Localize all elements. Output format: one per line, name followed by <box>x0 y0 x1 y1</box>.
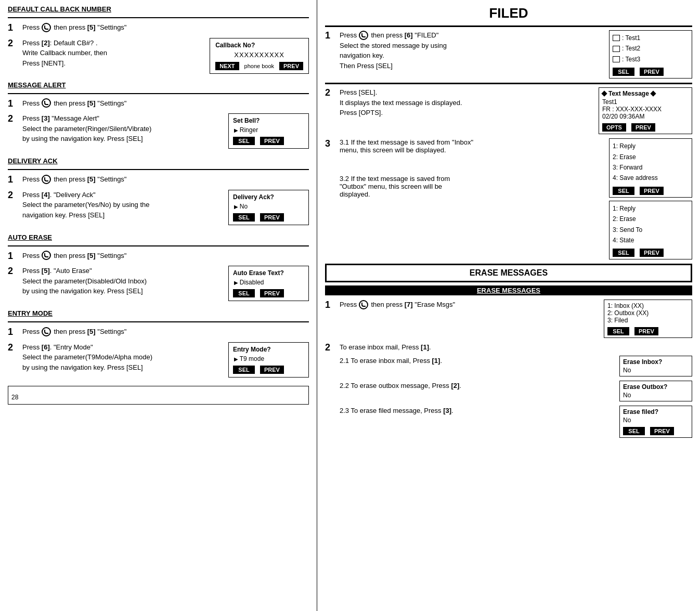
step-content-2: Press [2]: Default CB#? . Write Callback… <box>22 38 210 69</box>
entry-mode-value: T9 mode <box>233 355 304 362</box>
sel-button-em[interactable]: SEL <box>233 366 255 374</box>
filed-divider-2 <box>325 83 692 84</box>
alert-step-1: 1 Press then press [5] "Settings" <box>8 98 309 110</box>
filed-menu-buttons: SEL PREV <box>613 68 689 76</box>
step-num-em1: 1 <box>8 327 22 338</box>
delivery-value: No <box>233 203 304 210</box>
erase-inbox-value: No <box>623 367 689 374</box>
prev-button-f2[interactable]: PREV <box>631 123 655 132</box>
delivery-ack-box: Delivery Ack? No SEL PREV <box>228 190 309 225</box>
callback-buttons: NEXT phone book PREV <box>215 62 303 70</box>
prev-button-a[interactable]: PREV <box>260 137 284 145</box>
delivery-title: Delivery Ack? <box>233 193 304 201</box>
filed-step-num-1: 1 <box>325 30 340 42</box>
prev-button-d[interactable]: PREV <box>260 213 284 222</box>
auto-erase-step-2: 2 Press [5]. "Auto Erase" Select the par… <box>8 266 309 304</box>
filed-step-num-2: 2 <box>325 87 340 99</box>
prev-button-inbox[interactable]: PREV <box>640 187 664 195</box>
auto-erase-box: Auto Erase Text? Disabled SEL PREV <box>228 266 309 301</box>
filed-step-3-boxes: 1: Reply 2: Erase 3: Forward 4: Save add… <box>609 138 692 259</box>
step-content-ae2: Press [5]. "Auto Erase" Select the param… <box>22 266 223 296</box>
next-button[interactable]: NEXT <box>215 62 239 70</box>
section-title-message-alert: MESSAGE ALERT <box>8 81 66 89</box>
text-msg-box: Text Message Test1 FR : XXX-XXX-XXXX 02/… <box>599 87 692 134</box>
callback-number: XXXXXXXXXX <box>215 51 303 59</box>
text-msg-date: 02/20 09:36AM <box>602 113 689 120</box>
text-msg-from: FR : XXX-XXX-XXXX <box>602 106 689 113</box>
step-num-d1: 1 <box>8 174 22 186</box>
filed-step-3-content: 3.1 If the text message is saved from "I… <box>340 138 605 198</box>
sel-button-filed[interactable]: SEL <box>623 427 645 435</box>
step-content-a2: Press [3] "Message Alert" Select the par… <box>22 113 223 144</box>
phone-icon-e1 <box>359 300 368 309</box>
erase-messages-box: ERASE MESSAGES <box>325 264 692 282</box>
sel-button-erase[interactable]: SEL <box>607 327 629 335</box>
sel-button-d[interactable]: SEL <box>233 213 255 222</box>
inbox-opt-4: 4: Save address <box>613 173 689 183</box>
prev-button[interactable]: PREV <box>279 62 303 70</box>
msg-icon-1 <box>613 35 620 41</box>
outbox-opt-4: 4: State <box>613 235 689 245</box>
auto-erase-value: Disabled <box>233 279 304 286</box>
text-msg-header: Text Message <box>602 90 689 97</box>
erase-inbox-title: Erase Inbox? <box>623 358 689 366</box>
erase-substep-23-row: 2.3 To erase filed message, Press [3]. E… <box>325 406 692 438</box>
step-content-em2: Press [6]. "Entry Mode" Select the param… <box>22 342 223 373</box>
erase-step-2-intro: To erase inbox mail, Press [1]. <box>340 342 692 354</box>
erase-filed-value: No <box>623 417 689 424</box>
erase-step-2-row: 2 To erase inbox mail, Press [1]. 2.1 To… <box>325 342 692 442</box>
filed-item-2: : Test2 <box>613 43 689 54</box>
filed-heading: FILED <box>325 5 692 21</box>
entry-mode-step-2: 2 Press [6]. "Entry Mode" Select the par… <box>8 342 309 381</box>
erase-inbox-prompt: Erase Inbox? No <box>619 356 692 376</box>
callback-box: Callback No? XXXXXXXXXX NEXT phone book … <box>210 38 309 74</box>
phonebook-label: phone book <box>244 63 275 69</box>
sel-button-outbox[interactable]: SEL <box>613 249 634 257</box>
text-msg-body: Test1 <box>602 98 689 106</box>
prev-button-erase[interactable]: PREV <box>634 327 658 335</box>
filed-substep-32-text: 3.2 If the text message is saved from "O… <box>340 175 605 198</box>
prev-button-filed[interactable]: PREV <box>650 427 674 435</box>
step-num-a2: 2 <box>8 113 22 144</box>
erase-step-num-1: 1 <box>325 300 340 311</box>
outbox-opt-1: 1: Reply <box>613 203 689 214</box>
section-title-entry-mode: ENTRY MODE <box>8 309 53 317</box>
sel-button-inbox[interactable]: SEL <box>613 187 634 195</box>
prev-button-em[interactable]: PREV <box>260 366 284 374</box>
delivery-step-2: 2 Press [4]. "Delivery Ack" Select the p… <box>8 190 309 228</box>
filed-step-num-3: 3 <box>325 138 340 198</box>
step-content-d1: Press then press [5] "Settings" <box>22 174 309 185</box>
alert-step-2: 2 Press [3] "Message Alert" Select the p… <box>8 113 309 152</box>
auto-erase-title: Auto Erase Text? <box>233 269 304 277</box>
outbox-opt-2: 2: Erase <box>613 214 689 224</box>
phone-icon-d1 <box>42 175 51 184</box>
prev-button-outbox[interactable]: PREV <box>640 249 664 257</box>
sel-button-ae[interactable]: SEL <box>233 289 255 297</box>
entry-mode-title: Entry Mode? <box>233 346 304 353</box>
outbox-opts-buttons: SEL PREV <box>613 249 689 257</box>
opts-button[interactable]: OPTS <box>602 123 626 132</box>
set-bell-value: Ringer <box>233 126 304 134</box>
section-title-delivery: DELIVERY ACK <box>8 157 58 165</box>
prev-button-ae[interactable]: PREV <box>260 289 284 297</box>
prev-button-f1[interactable]: PREV <box>640 68 664 76</box>
phone-icon-em1 <box>42 327 51 336</box>
divider-auto-erase <box>8 245 309 246</box>
step-num-d2: 2 <box>8 190 22 220</box>
inbox-opt-2: 2: Erase <box>613 152 689 162</box>
sel-button-f1[interactable]: SEL <box>613 68 634 76</box>
sel-button-a[interactable]: SEL <box>233 137 255 145</box>
erase-step-1-row: 1 Press then press [7] "Erase Msgs" 1: I… <box>325 300 692 338</box>
msg-icon-2 <box>613 46 620 52</box>
step-content-1: Press then press [5] "Settings" <box>22 22 309 33</box>
auto-erase-step-1: 1 Press then press [5] "Settings" <box>8 251 309 262</box>
erase-step-num-2: 2 <box>325 342 340 354</box>
erase-subtitle: ERASE MESSAGES <box>325 285 692 295</box>
set-bell-title: Set Bell? <box>233 117 304 124</box>
erase-substep-22-row: 2.2 To erase outbox message, Press [2]. … <box>325 381 692 401</box>
erase-outbox-title: Erase Outbox? <box>623 383 689 391</box>
erase-substep-21-row: 2.1 To erase inbox mail, Press [1]. Eras… <box>325 356 692 376</box>
delivery-step-1: 1 Press then press [5] "Settings" <box>8 174 309 186</box>
erase-menu-item-3: 3: Filed <box>607 317 689 324</box>
inbox-opts-box: 1: Reply 2: Erase 3: Forward 4: Save add… <box>609 138 692 198</box>
